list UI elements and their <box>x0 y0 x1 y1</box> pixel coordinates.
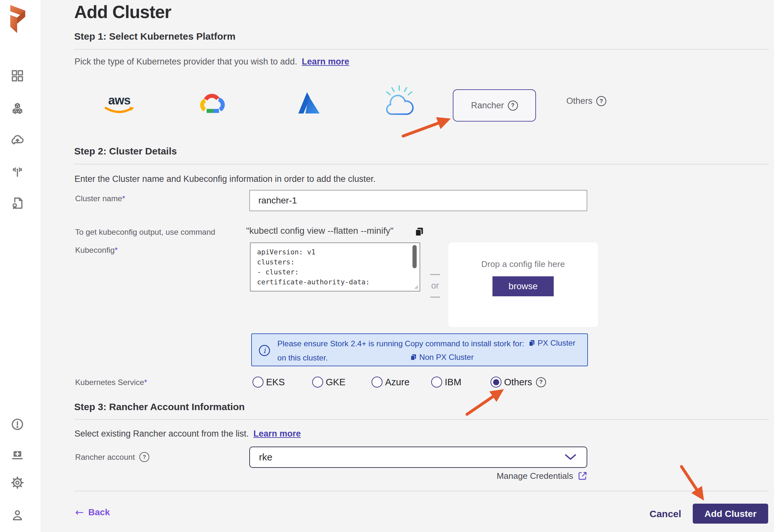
license-file-icon <box>10 196 25 210</box>
divider <box>74 49 769 50</box>
platform-aws[interactable]: aws <box>103 92 136 119</box>
portworx-logo <box>9 3 26 35</box>
others-help-icon[interactable]: ? <box>596 96 606 106</box>
sidebar-item-settings[interactable] <box>10 475 25 490</box>
px-cluster-copy-link[interactable]: PX Cluster <box>528 339 575 348</box>
radio-ibm[interactable]: IBM <box>431 377 491 388</box>
rancher-help-icon[interactable]: ? <box>508 101 518 111</box>
page-title: Add Cluster <box>74 0 171 24</box>
browse-button[interactable]: browse <box>492 276 554 296</box>
kubeconfig-hint-label: To get kubeconfig output, use command <box>75 228 215 237</box>
cubes-icon <box>10 102 25 116</box>
divider <box>74 491 769 491</box>
cluster-name-input[interactable] <box>249 190 587 211</box>
antenna-icon <box>10 165 25 179</box>
k8s-others-help-icon[interactable]: ? <box>536 377 546 387</box>
cloud-upload-icon <box>10 133 25 147</box>
annotation-arrow-others <box>463 384 511 418</box>
platform-ibm-cloud[interactable] <box>380 83 419 119</box>
svg-text:i: i <box>263 346 266 355</box>
banner-message-line1: Please ensure Stork 2.4+ is running <box>277 339 403 348</box>
google-cloud-logo <box>197 91 227 116</box>
k8s-service-label: Kubernetes Service* <box>75 378 147 387</box>
step3-learn-more-link[interactable]: Learn more <box>253 429 301 438</box>
non-px-cluster-copy-link[interactable]: Non PX Cluster <box>410 353 474 362</box>
step1-description: Pick the type of Kubernetes provider tha… <box>74 57 297 66</box>
aws-smile-icon <box>104 106 135 115</box>
sidebar-item-dashboard[interactable] <box>10 68 25 83</box>
step2-heading: Step 2: Cluster Details <box>74 146 177 157</box>
stork-info-banner: i Please ensure Stork 2.4+ is running on… <box>251 333 588 366</box>
step3-description: Select existing Rancher account from the… <box>74 429 249 438</box>
annotation-arrow-add-cluster <box>677 464 712 506</box>
back-arrow-icon: ← <box>75 506 84 518</box>
sidebar-item-monitoring[interactable] <box>10 164 25 179</box>
manage-credentials-link[interactable]: Manage Credentials <box>497 471 588 481</box>
cluster-name-label: Cluster name* <box>75 194 125 203</box>
ibm-cloud-logo <box>380 83 419 119</box>
kubeconfig-scrollbar[interactable] <box>412 245 417 268</box>
radio-azure[interactable]: Azure <box>372 377 431 388</box>
sidebar-item-support[interactable] <box>10 448 25 463</box>
step1-learn-more-link[interactable]: Learn more <box>302 57 349 66</box>
kubeconfig-command: "kubectl config view --flatten --minify" <box>246 226 393 236</box>
rancher-account-help-icon[interactable]: ? <box>139 452 149 462</box>
banner-message-line2: on this cluster. <box>277 353 328 362</box>
kubeconfig-label: Kubeconfig* <box>75 246 118 255</box>
chevron-down-icon <box>565 454 576 460</box>
dropzone-text: Drop a config file here <box>448 242 598 269</box>
kubeconfig-textarea[interactable]: apiVersion: v1 clusters: - cluster: cert… <box>250 242 420 291</box>
sidebar-item-alerts[interactable] <box>10 417 25 432</box>
copy-command-icon[interactable] <box>414 226 425 239</box>
platform-others[interactable]: Others ? <box>566 96 606 106</box>
rancher-label: Rancher <box>471 101 504 111</box>
platform-google-cloud[interactable] <box>197 90 227 117</box>
sidebar-item-license[interactable] <box>10 196 25 211</box>
back-link[interactable]: ← Back <box>75 506 110 518</box>
config-dropzone[interactable]: Drop a config file here browse <box>448 242 598 327</box>
step1-heading: Step 1: Select Kubernetes Platform <box>74 31 235 42</box>
add-cluster-button[interactable]: Add Cluster <box>693 504 768 524</box>
or-divider: or <box>430 274 441 298</box>
dashboard-grid-icon <box>10 69 25 83</box>
step3-heading: Step 3: Rancher Account Information <box>74 401 245 412</box>
copy-icon <box>410 353 417 361</box>
info-icon: i <box>258 344 271 357</box>
step2-description: Enter the Cluster name and Kubeconfig in… <box>74 174 376 184</box>
sidebar-item-clusters[interactable] <box>10 102 25 116</box>
cancel-button[interactable]: Cancel <box>648 508 683 520</box>
copy-icon <box>528 339 536 347</box>
aws-logo: aws <box>104 94 135 106</box>
resize-handle[interactable] <box>414 285 419 290</box>
radio-others-selected[interactable]: Others ? <box>491 377 546 388</box>
rancher-account-select[interactable]: rke <box>249 447 587 468</box>
rancher-account-label: Rancher account ? <box>75 452 149 462</box>
rancher-account-value: rke <box>250 452 565 463</box>
alert-circle-icon <box>10 417 25 431</box>
radio-eks[interactable]: EKS <box>253 377 312 388</box>
external-link-icon <box>577 471 588 481</box>
platform-azure[interactable] <box>292 88 323 117</box>
divider <box>74 419 769 420</box>
laptop-plus-icon <box>10 448 25 462</box>
divider <box>74 164 769 164</box>
banner-copy-label: Copy command to install stork for: <box>405 339 524 348</box>
user-icon <box>10 508 25 522</box>
platform-rancher-selected[interactable]: Rancher ? <box>453 89 536 122</box>
others-label: Others <box>566 96 592 106</box>
gear-icon <box>10 476 25 490</box>
sidebar <box>0 0 41 532</box>
sidebar-item-cloud-upload[interactable] <box>10 133 25 148</box>
azure-logo <box>292 88 323 117</box>
add-cluster-page: Add Cluster Step 1: Select Kubernetes Pl… <box>0 0 774 532</box>
radio-gke[interactable]: GKE <box>312 377 372 388</box>
sidebar-item-user[interactable] <box>10 508 25 523</box>
